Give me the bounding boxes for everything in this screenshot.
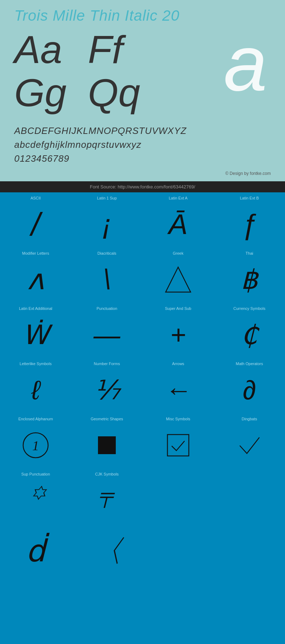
glyph-label-currency: Currency Symbols xyxy=(233,306,265,311)
digits-line: 0123456789 xyxy=(14,152,271,166)
glyph-char-currency: ₵ xyxy=(241,313,258,356)
svg-text:1: 1 xyxy=(32,438,39,453)
glyph-cell-extra2: 〈 xyxy=(71,524,142,573)
glyph-cell-empty2 xyxy=(214,468,285,524)
glyph-cell-latinexta: Latin Ext A Ā xyxy=(142,192,214,248)
glyph-cell-mathop: Math Operators ∂ xyxy=(214,358,285,413)
glyph-cell-currency: Currency Symbols ₵ xyxy=(214,303,285,358)
glyph-char-ascii: / xyxy=(31,203,40,246)
glyph-char-modifier: ʌ xyxy=(27,258,44,301)
glyph-char-punctuation: — xyxy=(94,313,120,356)
letter-pair-aa: Aa xyxy=(14,28,67,71)
glyph-cell-letterlike: Letterlike Symbols ℓ xyxy=(0,358,71,413)
glyph-label-diacriticals: Diacriticals xyxy=(97,251,116,255)
glyph-cell-superandsub: Super And Sub + xyxy=(142,303,214,358)
glyph-cell-arrows: Arrows ← xyxy=(142,358,214,413)
glyph-char-letterlike: ℓ xyxy=(31,369,40,411)
glyph-svg-geometric xyxy=(94,424,119,467)
glyph-cell-ascii: ASCII / xyxy=(0,192,71,248)
glyph-cell-suppunct: Sup Punctuation ꙳ xyxy=(0,468,71,524)
glyph-label-dingbats: Dingbats xyxy=(242,417,257,421)
glyph-cell-empty1 xyxy=(142,468,214,524)
glyph-cell-numberforms: Number Forms ⅐ xyxy=(71,358,142,413)
glyph-label-geometric: Geometric Shapes xyxy=(90,417,123,421)
glyph-char-numberforms: ⅐ xyxy=(94,369,120,411)
source-bar: Font Source: http://www.fontke.com/font/… xyxy=(0,181,285,192)
uppercase-line: ABCDEFGHIJKLMNOPQRSTUVWXYZ xyxy=(14,124,271,138)
glyph-char-latinextb: ƒ xyxy=(242,203,258,246)
glyph-label-numberforms: Number Forms xyxy=(94,362,120,366)
glyph-char-suppunct: ꙳ xyxy=(29,479,43,522)
glyph-label-misc: Misc Symbols xyxy=(166,417,190,421)
glyph-cell-cjk: CJK Symbols 〒 xyxy=(71,468,142,524)
glyph-svg-misc xyxy=(164,424,192,467)
glyph-cell-greek: Greek xyxy=(142,248,214,303)
glyph-label-superandsub: Super And Sub xyxy=(165,306,191,311)
glyph-label-greek: Greek xyxy=(173,251,183,255)
lowercase-line: abcdefghijklmnopqrstuvwxyz xyxy=(14,138,271,152)
glyph-label-punctuation: Punctuation xyxy=(97,306,117,311)
glyph-cell-extra1: ḋ xyxy=(0,524,71,573)
svg-rect-3 xyxy=(98,436,116,454)
glyph-grid: ASCII / Latin 1 Sup ¡ Latin Ext A Ā Lati… xyxy=(0,192,285,573)
glyph-label-latin1sup: Latin 1 Sup xyxy=(97,196,117,200)
glyph-cell-extra3 xyxy=(142,524,214,573)
svg-rect-4 xyxy=(167,435,189,456)
glyph-cell-enclosed: Enclosed Alphanum 1 xyxy=(0,413,71,468)
copyright: © Design by fontke.com xyxy=(14,169,271,178)
glyph-label-latinexta: Latin Ext A xyxy=(169,196,188,200)
glyph-cell-latinextadd: Latin Ext Additional Ẇ xyxy=(0,303,71,358)
alphabet-section: ABCDEFGHIJKLMNOPQRSTUVWXYZ abcdefghijklm… xyxy=(14,124,271,169)
glyph-char-extra2: 〈 xyxy=(92,530,122,572)
letter-pair-qq: Qq xyxy=(88,71,140,114)
glyph-cell-misc: Misc Symbols xyxy=(142,413,214,468)
glyph-label-ascii: ASCII xyxy=(31,196,41,200)
glyph-cell-geometric: Geometric Shapes xyxy=(71,413,142,468)
glyph-svg-greek xyxy=(164,258,192,301)
glyph-svg-dingbats xyxy=(236,424,263,467)
preview-section: Trois Mille Thin Italic 20 Aa Gg Ff Qq a… xyxy=(0,0,285,181)
glyph-char-extra1: ḋ xyxy=(26,530,45,572)
letter-grid: Aa Gg Ff Qq a xyxy=(14,28,271,120)
letter-pair-gg: Gg xyxy=(14,71,67,114)
glyph-char-latinexta: Ā xyxy=(169,203,187,246)
glyph-cell-modifier: Modifier Letters ʌ xyxy=(0,248,71,303)
glyph-char-superandsub: + xyxy=(170,313,186,356)
glyph-label-cjk: CJK Symbols xyxy=(95,472,119,476)
glyph-label-thai: Thai xyxy=(245,251,253,255)
glyph-char-arrows: ← xyxy=(165,369,192,411)
glyph-char-diacriticals: \ xyxy=(103,258,111,301)
glyph-char-latinextadd: Ẇ xyxy=(22,313,49,356)
glyph-char-mathop: ∂ xyxy=(243,369,256,411)
glyph-label-modifier: Modifier Letters xyxy=(22,251,49,255)
glyph-label-suppunct: Sup Punctuation xyxy=(21,472,50,476)
glyph-cell-punctuation: Punctuation — xyxy=(71,303,142,358)
glyph-label-arrows: Arrows xyxy=(172,362,184,366)
glyph-cell-thai: Thai ฿ xyxy=(214,248,285,303)
glyph-cell-diacriticals: Diacriticals \ xyxy=(71,248,142,303)
svg-marker-0 xyxy=(166,267,191,292)
letter-large-a: a xyxy=(224,24,267,103)
glyph-svg-enclosed: 1 xyxy=(21,424,51,467)
glyph-cell-latin1sup: Latin 1 Sup ¡ xyxy=(71,192,142,248)
glyph-char-thai: ฿ xyxy=(241,258,258,301)
glyph-label-mathop: Math Operators xyxy=(236,362,263,366)
letter-pair-ff: Ff xyxy=(88,28,140,71)
glyph-cell-latinextb: Latin Ext B ƒ xyxy=(214,192,285,248)
glyph-char-cjk: 〒 xyxy=(96,479,118,522)
glyph-label-latinextb: Latin Ext B xyxy=(240,196,259,200)
glyph-label-letterlike: Letterlike Symbols xyxy=(20,362,52,366)
glyph-label-enclosed: Enclosed Alphanum xyxy=(18,417,53,421)
glyph-cell-extra4 xyxy=(214,524,285,573)
glyph-char-latin1sup: ¡ xyxy=(102,203,112,246)
glyph-cell-dingbats: Dingbats xyxy=(214,413,285,468)
glyph-label-latinextadd: Latin Ext Additional xyxy=(19,306,52,311)
